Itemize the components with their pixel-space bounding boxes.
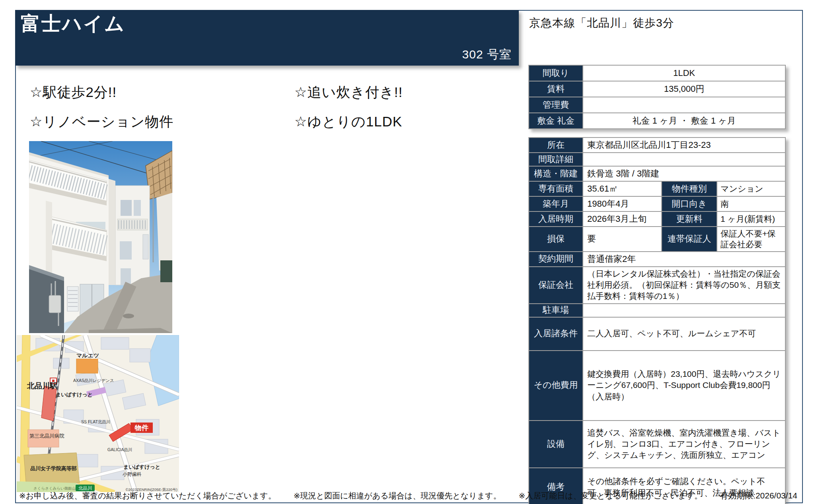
- footer-note: ※入居可能日は、変更となる可能性がございます。: [519, 490, 702, 501]
- expiry-date: 有効期限:2026/03/14: [720, 490, 797, 501]
- building-name: 富士ハイム: [21, 11, 125, 37]
- table-row: 築年月 1980年4月 開口向き 南: [529, 197, 786, 212]
- table-row: その他費用 鍵交換費用（入居時）23,100円、退去時ハウスクリーニング67,6…: [529, 351, 786, 421]
- row-label: 間取り: [529, 66, 583, 81]
- table-row: 契約期間 普通借家2年: [529, 252, 786, 267]
- maruetsu-building: [76, 359, 98, 373]
- price-table: 間取り 1LDK 賃料 135,000円 管理費 敷金 礼金 礼金 1 ヶ月 ・…: [528, 65, 786, 129]
- row-label: 入居諸条件: [529, 318, 583, 351]
- row-label: 所在: [529, 138, 583, 153]
- row-value: 1980年4月: [583, 197, 662, 212]
- property-flyer-page: 富士ハイム 302 号室 ☆駅徒歩2分!! ☆追い炊き付き!! ☆リノベーション…: [0, 0, 818, 504]
- highlight-walk: ☆駅徒歩2分!!: [30, 83, 117, 102]
- table-row: 駐車場: [529, 304, 786, 318]
- row-label: 専有面積: [529, 182, 583, 197]
- table-row: 敷金 礼金 礼金 1 ヶ月 ・ 敷金 1 ヶ月: [529, 113, 786, 129]
- row-value: 135,000円: [583, 81, 786, 97]
- table-row: 管理費: [529, 97, 786, 113]
- map-label-galicia: GALICIA品川: [107, 447, 132, 452]
- table-row: 間取詳細: [529, 153, 786, 167]
- row-value: 2026年3月上旬: [583, 212, 662, 227]
- row-label-2: 連帯保証人: [662, 227, 717, 252]
- row-label: その他費用: [529, 351, 583, 421]
- row-value: 普通借家2年: [583, 252, 786, 267]
- access-line: 京急本線「北品川」徒歩3分: [529, 16, 674, 31]
- row-value: 礼金 1 ヶ月 ・ 敷金 1 ヶ月: [583, 113, 786, 129]
- table-row: 設備 追焚バス、浴室乾燥機、室内洗濯機置き場、バストイレ別、コンロ3口、エアコン…: [529, 421, 786, 468]
- map-label-station: 北品川駅: [27, 382, 58, 390]
- table-row: 専有面積 35.61㎡ 物件種別 マンション: [529, 182, 786, 197]
- row-value: 東京都品川区北品川1丁目23-23: [583, 138, 786, 153]
- row-label: 駐車場: [529, 304, 583, 318]
- highlight-1ldk: ☆ゆとりの1LDK: [294, 112, 402, 131]
- location-map: 物件 北品川駅 まいばすけっと マルエツ AXAS品川レジデンス SS FLAT…: [17, 335, 179, 492]
- row-label-2: 更新料: [662, 212, 717, 227]
- highlight-renovation: ☆リノベーション物件: [30, 112, 173, 131]
- row-value: （日本レンタル保証株式会社）・当社指定の保証会社利用必須。（初回保証料：賃料等の…: [583, 267, 786, 304]
- table-row: 損保 要 連帯保証人 保証人不要+保証会社必要: [529, 227, 786, 252]
- row-label: 築年月: [529, 197, 583, 212]
- map-label-maruetsu: マルエツ: [76, 352, 99, 359]
- map-label-axas: AXAS品川レジデンス: [73, 378, 114, 383]
- map-label-mybasket2: まいばすけっと: [123, 464, 160, 470]
- row-label-2: 開口向き: [662, 197, 717, 212]
- row-label: 契約期間: [529, 252, 583, 267]
- row-value-2: 南: [717, 197, 786, 212]
- highlight-reheat: ☆追い炊き付き!!: [294, 83, 403, 102]
- detail-table: 所在 東京都品川区北品川1丁目23-23 間取詳細 構造・階建 鉄骨造 3階 /…: [528, 137, 786, 504]
- row-value-2: 1 ヶ月(新賃料): [717, 212, 786, 227]
- row-value: 追焚バス、浴室乾燥機、室内洗濯機置き場、バストイレ別、コンロ3口、エアコン付き、…: [583, 421, 786, 468]
- row-label: 保証会社: [529, 267, 583, 304]
- row-label: 損保: [529, 227, 583, 252]
- row-label: 間取詳細: [529, 153, 583, 167]
- table-row: 保証会社 （日本レンタル保証株式会社）・当社指定の保証会社利用必須。（初回保証料…: [529, 267, 786, 304]
- row-value-2: マンション: [717, 182, 786, 197]
- flyer-frame: 富士ハイム 302 号室 ☆駅徒歩2分!! ☆追い炊き付き!! ☆リノベーション…: [15, 10, 803, 503]
- footer-note: ※お申し込み後、審査の結果お断りさせていただく場合がございます。: [19, 490, 276, 501]
- map-label-mybasket1: まいばすけっと: [56, 392, 93, 397]
- row-label: 入居時期: [529, 212, 583, 227]
- row-label: 敷金 礼金: [529, 113, 583, 129]
- footer-note: ※現況と図面に相違がある場合は、現況優先となります。: [294, 490, 501, 501]
- map-label-ssflat: SS FLAT北品川: [81, 419, 110, 424]
- header: 富士ハイム 302 号室: [15, 10, 519, 66]
- row-value: 要: [583, 227, 662, 252]
- map-label-school: 品川女子学院高等部: [30, 465, 77, 471]
- row-value: [583, 153, 786, 167]
- map-label-dental: 小野歯科: [123, 471, 142, 477]
- row-value: 35.61㎡: [583, 182, 662, 197]
- property-photo: [29, 141, 172, 333]
- map-label-property: 物件: [134, 424, 149, 432]
- row-value-2: 保証人不要+保証会社必要: [717, 227, 786, 252]
- row-label: 構造・階建: [529, 167, 583, 182]
- table-row: 入居時期 2026年3月上旬 更新料 1 ヶ月(新賃料): [529, 212, 786, 227]
- table-row: 間取り 1LDK: [529, 66, 786, 81]
- map-label-hospital: 第三北品川病院: [29, 433, 64, 439]
- row-value: 鍵交換費用（入居時）23,100円、退去時ハウスクリーニング67,600円、T-…: [583, 351, 786, 421]
- footer-notes: ※お申し込み後、審査の結果お断りさせていただく場合がございます。 ※現況と図面に…: [19, 490, 799, 501]
- row-value: 1LDK: [583, 66, 786, 81]
- row-label: 賃料: [529, 81, 583, 97]
- row-value: 二人入居可、ペット不可、ルームシェア不可: [583, 318, 786, 351]
- row-value: [583, 97, 786, 113]
- row-value: 鉄骨造 3階 / 3階建: [583, 167, 786, 182]
- table-row: 入居諸条件 二人入居可、ペット不可、ルームシェア不可: [529, 318, 786, 351]
- table-row: 賃料 135,000円: [529, 81, 786, 97]
- row-label: 設備: [529, 421, 583, 468]
- row-label-2: 物件種別: [662, 182, 717, 197]
- row-label: 管理費: [529, 97, 583, 113]
- row-value: [583, 304, 786, 318]
- table-row: 構造・階建 鉄骨造 3階 / 3階建: [529, 167, 786, 182]
- room-number: 302 号室: [462, 47, 512, 63]
- table-row: 所在 東京都品川区北品川1丁目23-23: [529, 138, 786, 153]
